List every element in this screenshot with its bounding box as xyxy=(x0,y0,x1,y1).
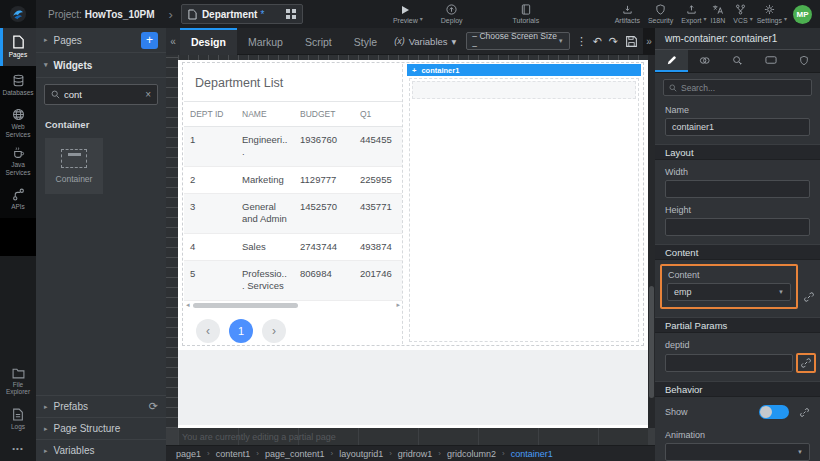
breadcrumb-item-layoutgrid1[interactable]: layoutgrid1 xyxy=(339,449,383,459)
rail-item-logs[interactable]: Logs xyxy=(0,400,36,438)
height-input[interactable] xyxy=(665,218,810,236)
deptid-label: deptid xyxy=(655,333,820,353)
table-horizontal-scrollbar[interactable]: ◂ ▸ xyxy=(184,301,402,310)
collapse-left-panel-button[interactable]: « xyxy=(166,28,180,55)
layout-grid-outline[interactable]: Department List DEPT ID NAME BUDGET Q1 xyxy=(182,62,644,346)
tab-markup[interactable]: Markup xyxy=(237,28,294,55)
variables-button[interactable]: (x) Variables ▾ xyxy=(388,36,462,47)
breadcrumb-item-page-content1[interactable]: page_content1 xyxy=(265,449,325,459)
kebab-menu-button[interactable]: ⋮ xyxy=(574,35,590,48)
widgets-accordion-header[interactable]: ▾ Widgets xyxy=(36,53,166,78)
column-header-deptid[interactable]: DEPT ID xyxy=(184,102,236,127)
column-header-budget[interactable]: BUDGET xyxy=(294,102,354,127)
department-datatable-widget[interactable]: Department List DEPT ID NAME BUDGET Q1 xyxy=(184,64,403,344)
rail-item-databases[interactable]: Databases xyxy=(0,66,36,104)
content-select[interactable]: emp ▼ xyxy=(667,283,791,301)
rail-item-java-services[interactable]: Java Services xyxy=(0,142,36,180)
table-row[interactable]: 3 General and Admin 1452570 435771 xyxy=(184,194,403,234)
tab-script[interactable]: Script xyxy=(294,28,343,55)
devices-tab[interactable] xyxy=(754,50,787,72)
preview-button[interactable]: Preview xyxy=(389,0,422,28)
name-input[interactable]: container1 xyxy=(665,118,810,136)
scroll-left-icon[interactable]: ◂ xyxy=(186,301,190,309)
styles-tab[interactable] xyxy=(688,50,721,72)
grid-column-area[interactable] xyxy=(409,78,639,342)
scrollbar-thumb[interactable] xyxy=(649,286,654,398)
security-button[interactable]: Security xyxy=(644,0,677,28)
pager-next-button[interactable]: › xyxy=(262,319,286,343)
more-options-button[interactable]: ••• xyxy=(0,438,36,461)
preview-caret-icon[interactable]: ▾ xyxy=(420,15,423,22)
chevron-right-icon: › xyxy=(169,7,173,22)
table-row[interactable]: 1 Engineeri... 1936760 445455 xyxy=(184,127,403,167)
screen-size-select[interactable]: – Choose Screen Size – ▼ xyxy=(466,32,569,50)
tutorials-button[interactable]: Tutorials xyxy=(509,0,544,28)
page-canvas[interactable]: Department List DEPT ID NAME BUDGET Q1 xyxy=(178,60,648,428)
breadcrumb-item-page1[interactable]: page1 xyxy=(176,449,201,459)
deploy-button[interactable]: Deploy xyxy=(437,0,467,28)
breadcrumb-item-container1[interactable]: container1 xyxy=(511,449,553,459)
animation-select[interactable]: ▼ xyxy=(665,443,810,461)
deptid-bind-button[interactable] xyxy=(800,357,812,369)
wavemaker-logo[interactable] xyxy=(0,0,36,28)
pages-accordion-header[interactable]: ▸ Pages + xyxy=(36,28,166,53)
table-row[interactable]: 4 Sales 2743744 493874 xyxy=(184,233,403,260)
prefabs-accordion-header[interactable]: ▸ Prefabs ⟳ xyxy=(36,395,166,417)
settings-button[interactable]: Settings xyxy=(753,0,786,28)
redo-button[interactable]: ↷ xyxy=(605,35,621,48)
breadcrumb-item-gridcolumn2[interactable]: gridcolumn2 xyxy=(447,449,496,459)
user-avatar[interactable]: MP xyxy=(793,5,812,24)
container-widget-tile[interactable]: Container xyxy=(45,138,103,194)
widget-search-input[interactable] xyxy=(64,89,141,100)
export-button[interactable]: Export xyxy=(677,0,705,28)
pager-page-button[interactable]: 1 xyxy=(229,319,253,343)
breadcrumb-item-content1[interactable]: content1 xyxy=(216,449,251,459)
events-tab[interactable] xyxy=(721,50,754,72)
width-input[interactable] xyxy=(665,180,810,198)
scrollbar-thumb[interactable] xyxy=(193,303,298,308)
tab-design[interactable]: Design xyxy=(180,28,237,55)
settings-caret-icon[interactable]: ▾ xyxy=(784,15,787,22)
properties-search-input[interactable] xyxy=(681,83,806,93)
rail-item-file-explorer[interactable]: File Explorer xyxy=(0,362,36,400)
content-bind-button[interactable] xyxy=(803,291,815,303)
refresh-icon[interactable]: ⟳ xyxy=(149,400,158,413)
container1-widget[interactable]: + container1 xyxy=(407,64,641,344)
breadcrumb-item-gridrow1[interactable]: gridrow1 xyxy=(398,449,433,459)
column-header-name[interactable]: NAME xyxy=(236,102,294,127)
vcs-button[interactable]: VCS xyxy=(729,0,751,28)
table-row[interactable]: 2 Marketing 1129777 225955 xyxy=(184,166,403,193)
page-selector[interactable]: Department * xyxy=(181,4,303,24)
canvas-vertical-scrollbar[interactable] xyxy=(648,55,655,428)
column-header-q1[interactable]: Q1 xyxy=(354,102,403,127)
show-toggle[interactable] xyxy=(759,405,789,419)
page-structure-accordion-header[interactable]: ▸ Page Structure xyxy=(36,417,166,439)
scroll-right-icon[interactable]: ▸ xyxy=(396,301,400,309)
cell: 435771 xyxy=(354,194,403,234)
properties-tab[interactable] xyxy=(655,50,688,72)
deptid-input[interactable] xyxy=(665,354,793,372)
table-row[interactable]: 5 Professio... Services 806984 201746 xyxy=(184,261,403,301)
pager-prev-button[interactable]: ‹ xyxy=(196,319,220,343)
rail-item-web-services[interactable]: Web Services xyxy=(0,104,36,142)
page-grid-icon[interactable] xyxy=(286,9,296,19)
artifacts-button[interactable]: Artifacts xyxy=(611,0,644,28)
save-button[interactable] xyxy=(621,35,641,48)
container1-empty-area[interactable] xyxy=(412,81,636,99)
tab-style[interactable]: Style xyxy=(343,28,388,55)
collapse-right-panel-button[interactable]: » xyxy=(643,28,655,55)
i18n-button[interactable]: I18N xyxy=(706,0,729,28)
security-tab[interactable] xyxy=(787,50,820,72)
container1-selection-bar[interactable]: + container1 xyxy=(407,64,641,76)
rail-item-apis[interactable]: APIs xyxy=(0,180,36,218)
plus-icon[interactable]: + xyxy=(412,66,416,75)
rail-item-pages[interactable]: Pages xyxy=(0,28,36,66)
variables-accordion-header[interactable]: ▸ Variables xyxy=(36,439,166,461)
undo-button[interactable]: ↶ xyxy=(590,35,606,48)
cell: Engineeri... xyxy=(236,127,294,167)
clear-search-icon[interactable]: × xyxy=(145,89,151,100)
show-bind-button[interactable] xyxy=(799,407,810,418)
logo-icon xyxy=(9,5,27,23)
partial-page-editing-message: You are currently editing a partial page xyxy=(178,428,648,445)
add-page-button[interactable]: + xyxy=(141,32,158,49)
